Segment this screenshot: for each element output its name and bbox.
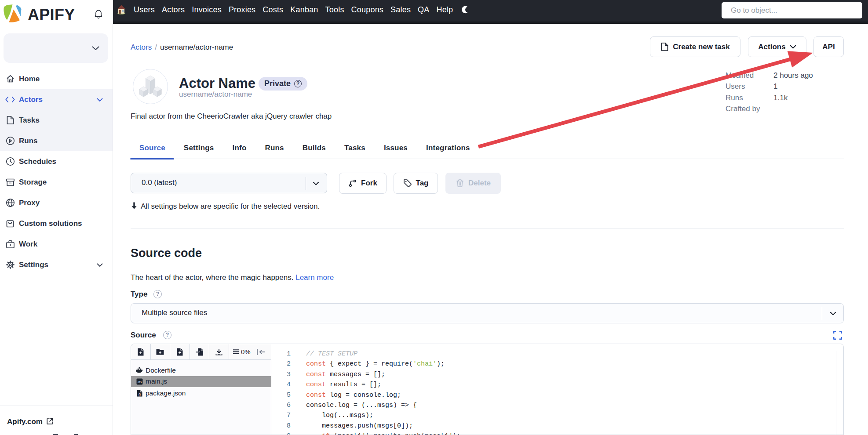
svg-text:{}: {} [139,392,141,396]
svg-text:JS: JS [138,380,142,384]
